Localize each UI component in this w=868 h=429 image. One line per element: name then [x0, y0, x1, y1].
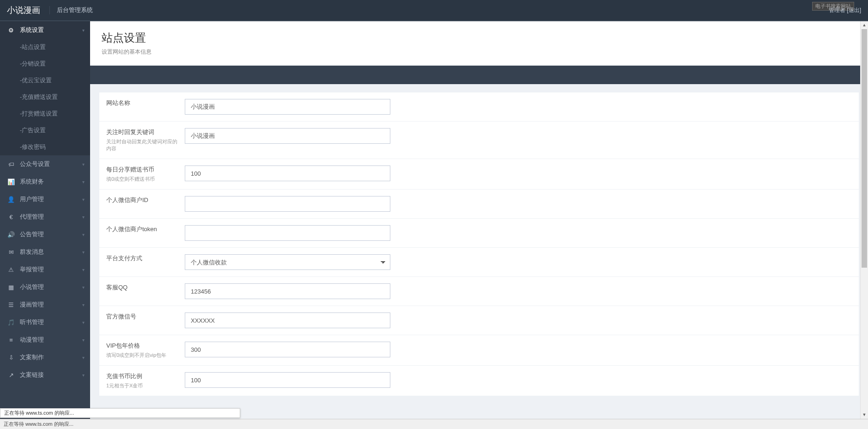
input-8[interactable] [185, 342, 390, 357]
submenu-item-0[interactable]: -站点设置 [0, 39, 90, 55]
form-row-1: 关注时回复关键词关注时自动回复此关键词对应的内容 [99, 122, 859, 159]
sidebar-item-4[interactable]: €代理管理▾ [0, 208, 90, 226]
user-label: 管理者 [829, 7, 845, 13]
form-row-3: 个人微信商户ID [99, 190, 859, 219]
submenu-item-6[interactable]: -修改密码 [0, 139, 90, 155]
form-row-5: 平台支付方式个人微信收款 [99, 248, 859, 277]
page-bar [90, 66, 868, 84]
form-row-9: 充值书币比例1元相当于X金币 [99, 366, 859, 396]
input-7[interactable] [185, 313, 390, 328]
form-control-wrap [185, 196, 397, 212]
form-row-2: 每日分享赠送书币填0或空则不赠送书币 [99, 159, 859, 190]
sidebar-item-2[interactable]: 📊系统财务▾ [0, 173, 90, 190]
scrollbar[interactable]: ▲ ▼ [860, 21, 868, 419]
sidebar-item-label: 公众号设置 [20, 160, 50, 168]
page-header: 站点设置 设置网站的基本信息 [90, 21, 868, 66]
scroll-up-icon[interactable]: ▲ [861, 21, 868, 29]
chevron-down-icon: ▾ [82, 232, 85, 237]
sidebar-item-10[interactable]: 🎵听书管理▾ [0, 313, 90, 331]
label-main: 网站名称 [106, 99, 180, 107]
sidebar-icon: ⇩ [7, 354, 15, 361]
sidebar-item-label: 用户管理 [20, 195, 44, 203]
scroll-thumb[interactable] [862, 29, 867, 268]
page-title: 站点设置 [102, 31, 856, 45]
sidebar-item-label: 系统设置 [20, 26, 44, 34]
label-main: 个人微信商户ID [106, 196, 180, 204]
chevron-down-icon: ▾ [82, 267, 85, 272]
sidebar-item-6[interactable]: ✉群发消息▾ [0, 243, 90, 261]
chevron-down-icon: ▾ [82, 214, 85, 220]
settings-form: 网站名称关注时回复关键词关注时自动回复此关键词对应的内容每日分享赠送书币填0或空… [99, 92, 859, 396]
chevron-down-icon: ▾ [82, 373, 85, 378]
sidebar-item-5[interactable]: 🔊公告管理▾ [0, 226, 90, 243]
form-control-wrap [185, 128, 397, 152]
chevron-down-icon: ▾ [82, 28, 85, 33]
form-control-wrap [185, 313, 397, 328]
sidebar-item-11[interactable]: ≡动漫管理▾ [0, 331, 90, 349]
submenu: -站点设置-分销设置-优云宝设置-充值赠送设置-打赏赠送设置-广告设置-修改密码 [0, 39, 90, 155]
sidebar-item-8[interactable]: ▦小说管理▾ [0, 278, 90, 296]
submenu-item-5[interactable]: -广告设置 [0, 122, 90, 139]
submenu-item-2[interactable]: -优云宝设置 [0, 72, 90, 89]
form-label: 个人微信商户ID [99, 196, 185, 212]
sidebar-item-1[interactable]: 🏷公众号设置▾ [0, 155, 90, 173]
form-label: 客服QQ [99, 283, 185, 299]
sidebar-item-label: 动漫管理 [20, 336, 44, 344]
brand-title: 小说漫画 [7, 5, 40, 16]
chevron-down-icon: ▾ [82, 285, 85, 290]
input-0[interactable] [185, 99, 390, 115]
sidebar-icon: 🎵 [7, 319, 15, 326]
input-3[interactable] [185, 196, 390, 212]
sidebar-icon: ↗ [7, 372, 15, 379]
form-control-wrap [185, 225, 397, 241]
chevron-down-icon: ▾ [82, 320, 85, 325]
input-5[interactable]: 个人微信收款 [185, 254, 390, 270]
scroll-down-icon[interactable]: ▼ [861, 411, 868, 419]
form-control-wrap [185, 342, 397, 359]
sidebar-item-label: 文案链接 [20, 371, 44, 379]
sidebar-icon: ☰ [7, 301, 15, 308]
label-sub: 填写0或空则不开启vip包年 [106, 352, 180, 359]
topbar: 小说漫画 后台管理系统 电子书搜索网站 管理者 [退出] [0, 0, 868, 21]
label-main: VIP包年价格 [106, 342, 180, 350]
form-label: 关注时回复关键词关注时自动回复此关键词对应的内容 [99, 128, 185, 152]
input-4[interactable] [185, 225, 390, 241]
form-label: 个人微信商户token [99, 225, 185, 241]
form-control-wrap [185, 283, 397, 299]
form-control-wrap [185, 165, 397, 183]
submenu-item-4[interactable]: -打赏赠送设置 [0, 105, 90, 122]
submenu-item-3[interactable]: -充值赠送设置 [0, 89, 90, 105]
submenu-item-1[interactable]: -分销设置 [0, 55, 90, 72]
form-control-wrap [185, 372, 397, 389]
sidebar-item-7[interactable]: ⚠举报管理▾ [0, 261, 90, 278]
sidebar-item-label: 听书管理 [20, 318, 44, 326]
chevron-down-icon: ▾ [82, 197, 85, 202]
label-main: 个人微信商户token [106, 225, 180, 233]
chevron-down-icon: ▾ [82, 355, 85, 360]
sidebar-icon: ✉ [7, 249, 15, 256]
form-row-4: 个人微信商户token [99, 219, 859, 248]
sidebar-icon: 👤 [7, 196, 15, 203]
input-1[interactable] [185, 128, 390, 144]
sidebar-item-0[interactable]: ⚙系统设置▾ [0, 21, 90, 39]
sidebar-item-label: 小说管理 [20, 283, 44, 291]
label-main: 每日分享赠送书币 [106, 165, 180, 174]
sidebar-item-3[interactable]: 👤用户管理▾ [0, 190, 90, 208]
sidebar-item-9[interactable]: ☰漫画管理▾ [0, 296, 90, 313]
chevron-down-icon: ▾ [82, 302, 85, 307]
chevron-down-icon: ▾ [82, 250, 85, 255]
form-label: 网站名称 [99, 99, 185, 115]
form-label: VIP包年价格填写0或空则不开启vip包年 [99, 342, 185, 359]
label-main: 平台支付方式 [106, 254, 180, 263]
input-6[interactable] [185, 283, 390, 299]
form-row-0: 网站名称 [99, 92, 859, 122]
sidebar-item-label: 文案制作 [20, 353, 44, 362]
input-2[interactable] [185, 165, 390, 181]
sidebar-item-13[interactable]: ↗文案链接▾ [0, 366, 90, 384]
sidebar-item-label: 举报管理 [20, 265, 44, 274]
logout-link[interactable]: [退出] [847, 7, 861, 13]
sidebar-item-12[interactable]: ⇩文案制作▾ [0, 349, 90, 366]
sidebar-item-label: 群发消息 [20, 248, 44, 256]
page-description: 设置网站的基本信息 [102, 48, 856, 56]
input-9[interactable] [185, 372, 390, 388]
